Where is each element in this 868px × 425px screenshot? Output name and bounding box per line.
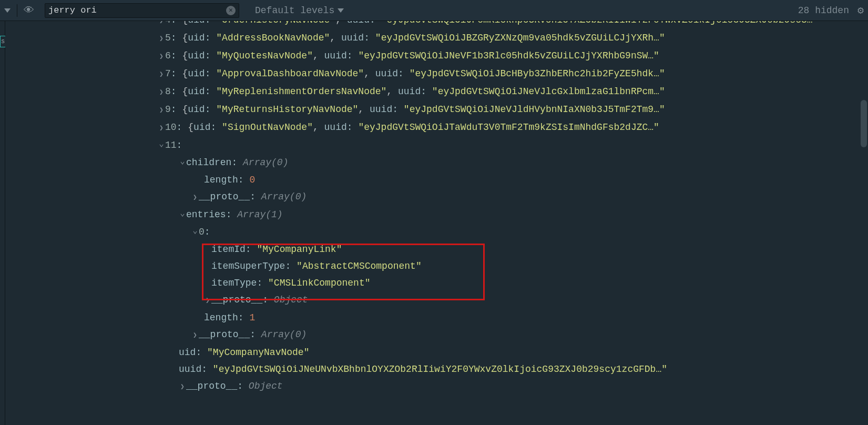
chevron-down-icon bbox=[338, 8, 344, 13]
expand-icon[interactable] bbox=[158, 119, 165, 137]
tree-row-proto[interactable]: __proto__: Array(0) bbox=[5, 326, 868, 344]
tree-row-expanded[interactable]: 11: bbox=[5, 137, 868, 154]
tree-row[interactable]: 6: {uid: "MyQuotesNavNode", uuid: "eyJpd… bbox=[5, 47, 868, 65]
console-content: s 4: {uid: "OrderHistoryNavNode", uuid: … bbox=[0, 21, 868, 425]
tree-row-uuid[interactable]: uuid: "eyJpdGVtSWQiOiJNeUNvbXBhbnlOYXZOb… bbox=[5, 361, 868, 378]
tree-row-itemtype[interactable]: itemType: "CMSLinkComponent" bbox=[5, 275, 868, 291]
tree-row-entry0[interactable]: 0: bbox=[5, 224, 868, 241]
filter-input[interactable] bbox=[48, 5, 226, 15]
tree-row[interactable]: 7: {uid: "ApprovalDashboardNavNode", uui… bbox=[5, 65, 868, 83]
tree-row-entries[interactable]: entries: Array(1) bbox=[5, 206, 868, 224]
tree-row[interactable]: 8: {uid: "MyReplenishmentOrdersNavNode",… bbox=[5, 83, 868, 101]
tree-row-length[interactable]: length: 0 bbox=[5, 171, 868, 188]
console-toolbar: 👁 ✕ Default levels 28 hidden ⚙ bbox=[0, 0, 868, 21]
expand-icon[interactable] bbox=[158, 29, 165, 47]
tree-row[interactable]: 5: {uid: "AddressBookNavNode", uuid: "ey… bbox=[5, 29, 868, 47]
tree-row-proto[interactable]: __proto__: Object bbox=[5, 378, 868, 396]
left-rail-tab[interactable]: s bbox=[0, 36, 5, 47]
tree-row-proto[interactable]: __proto__: Array(0) bbox=[5, 188, 868, 206]
vertical-scroll-thumb[interactable] bbox=[861, 100, 867, 147]
eye-icon[interactable]: 👁 bbox=[24, 4, 34, 17]
tree-row-itemsupertype[interactable]: itemSuperType: "AbstractCMSComponent" bbox=[5, 258, 868, 275]
tree-row[interactable]: 10: {uid: "SignOutNavNode", uuid: "eyJpd… bbox=[5, 119, 868, 137]
collapse-icon[interactable] bbox=[179, 154, 186, 171]
log-levels-dropdown[interactable]: Default levels bbox=[255, 5, 344, 16]
expand-icon[interactable] bbox=[204, 291, 211, 309]
levels-label: Default levels bbox=[255, 5, 334, 16]
tree-row-children[interactable]: children: Array(0) bbox=[5, 154, 868, 171]
filter-box: ✕ bbox=[45, 3, 239, 18]
left-rail: s bbox=[0, 21, 5, 425]
expand-icon[interactable] bbox=[179, 378, 186, 396]
object-tree[interactable]: 4: {uid: "OrderHistoryNavNode", uuid: "e… bbox=[5, 21, 868, 425]
tree-row[interactable]: 4: {uid: "OrderHistoryNavNode", uuid: "e… bbox=[5, 21, 868, 29]
expand-icon[interactable] bbox=[158, 83, 165, 101]
tree-row-proto[interactable]: __proto__: Object bbox=[5, 291, 868, 309]
sidebar-toggle-icon[interactable] bbox=[4, 8, 11, 13]
tree-row-itemid[interactable]: itemId: "MyCompanyLink" bbox=[5, 241, 868, 258]
expand-icon[interactable] bbox=[158, 101, 165, 119]
expand-icon[interactable] bbox=[191, 326, 199, 344]
clear-filter-icon[interactable]: ✕ bbox=[226, 6, 236, 15]
collapse-icon[interactable] bbox=[191, 224, 199, 241]
expand-icon[interactable] bbox=[158, 65, 165, 83]
hidden-count[interactable]: 28 hidden bbox=[798, 5, 849, 16]
gear-icon[interactable]: ⚙ bbox=[857, 4, 864, 17]
expand-icon[interactable] bbox=[158, 47, 165, 65]
tree-row[interactable]: 9: {uid: "MyReturnsHistoryNavNode", uuid… bbox=[5, 101, 868, 119]
tree-row-length[interactable]: length: 1 bbox=[5, 309, 868, 326]
expand-icon[interactable] bbox=[158, 21, 165, 29]
tree-row-uid[interactable]: uid: "MyCompanyNavNode" bbox=[5, 344, 868, 361]
collapse-icon[interactable] bbox=[179, 206, 186, 224]
expand-icon[interactable] bbox=[191, 188, 199, 206]
collapse-icon[interactable] bbox=[158, 137, 165, 154]
